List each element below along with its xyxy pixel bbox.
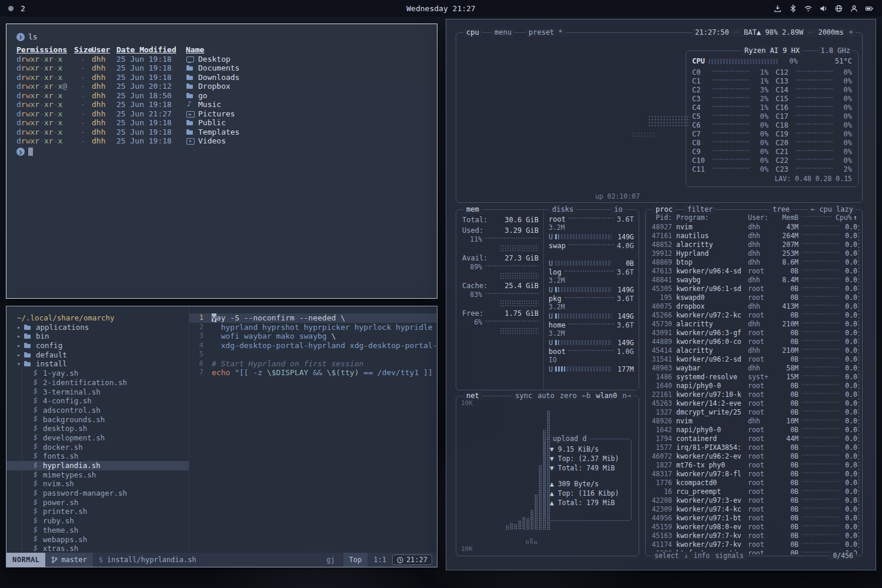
process-row[interactable]: 42208 kworker/u97:3-ev root 0B 0.0 [646,496,862,505]
tree-item[interactable]: mimetypes.sh [6,470,189,480]
tree-item[interactable]: install [6,359,189,369]
process-row[interactable]: 48869 btop dhh 8.6M 0.0 [646,258,862,266]
process-row[interactable]: 48841 swaybg dhh 8.4M 0.0 [646,275,862,284]
tree-item[interactable]: desktop.sh [6,424,189,433]
header-program[interactable]: Program: [676,213,748,222]
tree-item[interactable]: power.sh [6,498,189,507]
process-row[interactable]: 47613 kworker/u96:4-sd root 0B 0.0 [646,266,862,275]
process-row[interactable]: 45163 kworker/u97:7-kv root 0B 0.0 [646,531,862,540]
tree-item[interactable]: printer.sh [6,507,189,516]
tree-item[interactable]: webapps.sh [6,535,189,544]
volume-icon[interactable] [819,4,828,13]
preset-button[interactable]: preset * [526,28,566,37]
net-zero-toggle[interactable]: zero [560,392,577,400]
terminal-prompt-line[interactable] [16,147,427,157]
bluetooth-icon[interactable] [789,4,797,13]
net-auto-toggle[interactable]: auto [537,392,554,400]
process-row[interactable]: 43091 kworker/u96:3-gf root 0B 0.0 [646,328,862,337]
proc-panel-title[interactable]: proc [653,205,676,214]
tree-item[interactable]: adscontrol.sh [6,406,189,415]
process-row[interactable]: 42309 kworker/u97:4-kc root 0B 0.0 [646,505,862,513]
interval-plus-button[interactable]: + [849,28,853,37]
io-toggle[interactable]: io [612,205,626,214]
tree-item[interactable]: backgrounds.sh [6,415,189,425]
tree-item[interactable]: fonts.sh [6,452,189,461]
download-tray-icon[interactable] [773,4,782,13]
workspace-dot-icon[interactable] [8,6,14,11]
process-row[interactable]: 45730 alacritty dhh 210M 0.0 [646,319,862,328]
process-row[interactable]: 48926 nvim dhh 10M 0.0 [646,416,862,425]
mem-panel-title[interactable]: mem [463,205,482,214]
process-row[interactable]: 44889 kworker/u96:0-co root 0B 0.0 [646,337,862,346]
process-row[interactable]: 1776 kcompactd0 root 0B 0.0 [646,478,862,487]
select-key[interactable]: select [654,552,679,560]
process-row[interactable]: 48317 kworker/u97:8-fl root 0B 0.0 [646,469,862,478]
process-row[interactable]: 48927 nvim dhh 43M 0.0 [646,222,862,231]
cpu-panel-title[interactable]: cpu [463,28,482,37]
process-row[interactable]: 1794 containerd root 44M 0.0 [646,434,862,443]
tree-item[interactable]: config [6,341,189,350]
net-next-hint[interactable]: n→ [623,392,631,400]
tree-item[interactable]: nvim.sh [6,479,189,489]
process-row[interactable]: 40903 waybar dhh 58M 0.0 [646,363,862,372]
process-row[interactable]: 1640 napi/phy0-0 root 0B 0.0 [646,381,862,390]
process-row[interactable]: 40075 dropbox dhh 413M 0.0 [646,302,862,310]
process-row[interactable]: 45266 kworker/u97:2-kc root 0B 0.0 [646,310,862,319]
btop-window[interactable]: cpu menu preset * 21:27:50 BAT▲ 98% 2.89… [446,19,876,570]
tree-item[interactable]: 3-terminal.sh [6,387,189,397]
process-row[interactable]: 1642 napi/phy0-0 root 0B 0.0 [646,425,862,434]
header-pid[interactable]: Pid: [652,213,676,222]
tree-item[interactable]: default [6,350,189,360]
user-icon[interactable] [850,4,858,13]
workspace-indicator[interactable]: 2 [21,4,25,13]
battery-icon[interactable] [865,4,874,13]
process-row[interactable]: 48852 alacritty dhh 207M 0.0 [646,240,862,249]
filter-button[interactable]: filter [684,205,716,214]
header-cpu[interactable]: Cpu% [836,213,851,222]
process-row[interactable]: 45305 kworker/u96:1-sd root 0B 0.0 [646,284,862,293]
editor-window[interactable]: ~/.local/share/omarchy applications bin [6,306,437,567]
tree-item[interactable]: bin [6,332,189,341]
process-row[interactable]: 22161 kworker/u97:10-k root 0B 0.0 [646,390,862,399]
tree-root-path[interactable]: ~/.local/share/omarchy [6,313,189,323]
process-row[interactable]: 45263 kworker/14:2-eve root 0B 0.0 [646,399,862,407]
tree-item[interactable]: hyprlandia.sh [6,461,189,470]
tree-item[interactable]: theme.sh [6,526,189,535]
process-row[interactable]: 1486 systemd-resolve syst+ 15M 0.0 [646,372,862,381]
disks-toggle[interactable]: disks [549,205,576,214]
wifi-icon[interactable] [804,4,813,13]
tree-item[interactable]: password-manager.sh [6,489,189,498]
process-row[interactable]: 1327 dmcrypt_write/25 root 0B 0.0 [646,407,862,416]
info-key[interactable]: info [693,552,710,560]
scroll-up-arrow[interactable]: ↑ [853,213,857,222]
process-row[interactable]: 44956 kworker/u97:1-bt root 0B 0.0 [646,513,862,522]
process-row[interactable]: 1577 irq/81-PIXA3854: root 0B 0.0 [646,443,862,452]
signals-key[interactable]: signals [715,552,743,560]
terminal-window-ls[interactable]: ls Permissions Size User Date Modified N… [6,24,437,299]
process-row[interactable]: 39912 Hyprland dhh 253M 0.0 [646,249,862,258]
net-prev-hint[interactable]: ←b [582,392,590,400]
net-sync-toggle[interactable]: sync [515,392,532,400]
process-row[interactable]: 47161 nautilus dhh 264M 0.0 [646,231,862,240]
tree-item[interactable]: 2-identification.sh [6,378,189,387]
process-row[interactable]: 195 kswapd0 root 0B 0.0 [646,293,862,302]
process-row[interactable]: 16 rcu_preempt root 0B 0.0 [646,487,862,496]
process-scrollbar[interactable] [858,225,860,550]
tree-item[interactable]: ruby.sh [6,516,189,526]
tree-item[interactable]: xtras.sh [6,544,189,553]
process-row[interactable]: 41174 kworker/u97:7-kv root 0B 0.0 [646,540,862,549]
tree-toggle[interactable]: tree [770,205,793,214]
menu-button[interactable]: menu [492,28,514,37]
header-user[interactable]: User: [748,213,775,222]
process-row[interactable]: 31541 kworker/u96:2-sd root 0B 0.0 [646,355,862,363]
process-row[interactable]: 45159 kworker/u98:0-ev root 0B 0.0 [646,522,862,531]
tree-item[interactable]: docker.sh [6,443,189,452]
process-row[interactable]: 46072 kworker/u96:2-ev root 0B 0.0 [646,452,862,460]
process-row[interactable]: 1827 mt76-tx phy0 root 0B 0.0 [646,460,862,469]
process-row[interactable]: 45414 alacritty dhh 210M 0.0 [646,346,862,355]
sort-options[interactable]: ← cpu lazy [808,205,856,214]
tree-item[interactable]: 4-config.sh [6,396,189,406]
scroll-down-arrow[interactable]: ↓ [684,552,689,560]
header-mem[interactable]: MemB [775,213,799,222]
network-icon[interactable] [834,4,843,13]
